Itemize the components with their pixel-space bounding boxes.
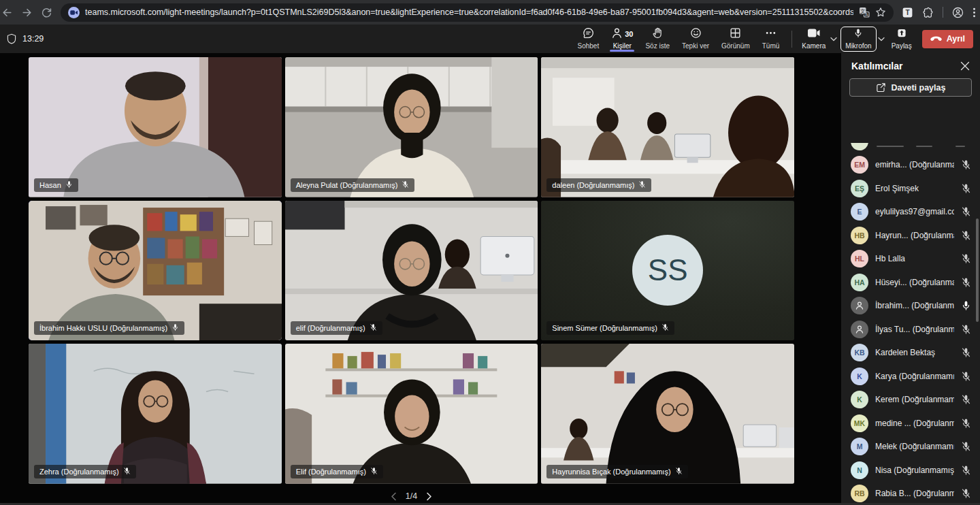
- participant-name: Karya (Doğrulanmamış): [875, 372, 954, 381]
- tile-name-label: Elif (Doğrulanmamış): [291, 465, 383, 478]
- leave-button[interactable]: Ayrıl: [922, 30, 973, 48]
- video-tile-2[interactable]: Aleyna Pulat (Doğrulanmamış): [285, 57, 538, 197]
- video-tile-7[interactable]: Zehra (Doğrulanmamış): [29, 344, 282, 484]
- meeting-stage: HasanAleyna Pulat (Doğrulanmamış)daleen …: [0, 53, 980, 505]
- participant-name: Aleyna Pulat (Doğrulanmamış): [296, 181, 398, 189]
- forward-icon[interactable]: [21, 7, 33, 18]
- mic-off-icon: [370, 467, 378, 476]
- participant-row[interactable]: Eeylulilyas97@gmail.com: [841, 200, 980, 224]
- menu-kebab-icon[interactable]: [973, 7, 976, 18]
- person-icon: [851, 297, 868, 314]
- participant-row[interactable]: NNisa (Doğrulanmamış): [841, 459, 980, 483]
- participant-row[interactable]: EMemirha... (Doğrulanmamış): [841, 153, 980, 177]
- mic-off-icon: [961, 465, 971, 476]
- participant-name: Sinem Sümer (Doğrulanmamış): [552, 324, 657, 332]
- person-icon: [851, 321, 868, 338]
- share-invite-button[interactable]: Daveti paylaş: [849, 78, 972, 97]
- toolbar-tab-sohbet[interactable]: Sohbet: [571, 25, 605, 53]
- mic-off-icon: [961, 488, 971, 499]
- avatar: [851, 143, 868, 150]
- mic-off-icon: [961, 206, 971, 217]
- participant-name: medine ... (Doğrulanmamış): [875, 419, 954, 428]
- video-tile-6[interactable]: SSSinem Sümer (Doğrulanmamış): [541, 201, 794, 341]
- chat-icon: [583, 27, 594, 42]
- participant-row[interactable]: RBRabia B... (Doğrulanmamış): [841, 482, 980, 505]
- mic-off-icon: [123, 467, 131, 476]
- tab-label: Sohbet: [577, 42, 599, 50]
- clipped-participant-row: [841, 143, 980, 153]
- mic-on-icon: [65, 180, 73, 190]
- participant-row[interactable]: HAHüseyi... (Doğrulanmamış): [841, 271, 980, 295]
- kamera-chevron-down-icon[interactable]: [830, 37, 837, 42]
- scrollbar-thumb[interactable]: [976, 218, 979, 322]
- participant-row[interactable]: İbrahim... (Doğrulanmamış): [841, 294, 980, 318]
- participant-row[interactable]: KBKardelen Bektaş: [841, 341, 980, 365]
- mic-off-icon: [961, 441, 971, 452]
- mic-off-icon: [370, 323, 377, 333]
- tile-name-label: Zehra (Doğrulanmamış): [34, 465, 136, 478]
- mikrofon-chevron-down-icon[interactable]: [878, 37, 885, 42]
- t-extension-icon[interactable]: T: [902, 7, 913, 18]
- participant-name: İlyas Tu... (Doğrulanmamış): [875, 325, 954, 334]
- participant-name: Hüseyi... (Doğrulanmamış): [875, 278, 954, 287]
- grid-pagination: 1/4: [29, 489, 794, 504]
- mic-off-icon: [961, 324, 971, 335]
- participant-row[interactable]: KKarya (Doğrulanmamış): [841, 365, 980, 389]
- toolbar-tab-tepki-ver[interactable]: Tepki ver: [676, 25, 715, 53]
- avatar: EM: [851, 156, 868, 174]
- mic-off-icon: [961, 253, 971, 264]
- video-tile-1[interactable]: Hasan: [29, 57, 282, 197]
- grid-icon: [730, 27, 741, 42]
- participant-count-badge: 30: [625, 30, 633, 38]
- more-icon: [765, 27, 777, 42]
- avatar: HL: [851, 250, 868, 267]
- tile-name-label: elif (Doğrulanmamış): [291, 321, 382, 335]
- toolbar-tabs: Sohbet30KişilerSöz isteTepki verGörünümT…: [571, 25, 785, 53]
- toolbar-tab-soz-iste[interactable]: Söz iste: [639, 25, 676, 53]
- video-tile-4[interactable]: İbrahim Hakkı USLU (Doğrulanmamış): [29, 201, 282, 341]
- reload-icon[interactable]: [41, 7, 52, 18]
- mic-on-icon: [961, 300, 971, 311]
- avatar: K: [851, 391, 868, 408]
- participants-panel: Katılımcılar Daveti paylaş EMemirha... (…: [841, 53, 980, 505]
- smiley-icon: [690, 27, 702, 42]
- profile-icon[interactable]: [952, 7, 964, 18]
- next-page-icon[interactable]: [426, 492, 432, 501]
- device-controls: KameraMikrofonPaylaş: [798, 27, 915, 52]
- toolbar-tab-kisiler[interactable]: 30Kişiler: [605, 25, 639, 53]
- toolbar-tab-tumu[interactable]: Tümü: [756, 25, 786, 53]
- paylas-button[interactable]: Paylaş: [888, 27, 915, 51]
- participant-row[interactable]: KKerem (Doğrulanmamış): [841, 388, 980, 412]
- video-grid: HasanAleyna Pulat (Doğrulanmamış)daleen …: [29, 57, 794, 484]
- back-icon[interactable]: [1, 7, 13, 18]
- close-icon[interactable]: [960, 61, 970, 71]
- video-tile-8[interactable]: Elif (Doğrulanmamış): [285, 344, 538, 484]
- participant-row[interactable]: EŞErol Şimşek: [841, 177, 980, 201]
- panel-title: Katılımcılar: [851, 61, 902, 71]
- extensions-puzzle-icon[interactable]: [922, 7, 934, 18]
- tab-label: Görünüm: [721, 42, 750, 50]
- video-tile-3[interactable]: daleen (Doğrulanmamış): [541, 57, 794, 197]
- star-icon[interactable]: [875, 7, 886, 18]
- participant-row[interactable]: MMelek (Doğrulanmamış): [841, 435, 980, 459]
- participant-row[interactable]: HLHb Lalla: [841, 247, 980, 271]
- mikrofon-button[interactable]: Mikrofon: [840, 27, 876, 52]
- video-tile-5[interactable]: elif (Doğrulanmamış): [285, 201, 538, 341]
- avatar-tile-background: SS: [541, 201, 794, 341]
- kamera-button[interactable]: Kamera: [798, 27, 829, 51]
- mic-off-icon: [402, 180, 409, 190]
- participant-name: Hayrunnisa Bıçak (Doğrulanmamış): [552, 468, 670, 476]
- translate-icon[interactable]: 文A: [859, 7, 870, 18]
- toolbar-tab-gorunum[interactable]: Görünüm: [715, 25, 756, 53]
- video-feed: [29, 344, 282, 484]
- previous-page-icon[interactable]: [391, 492, 397, 501]
- video-tile-9[interactable]: Hayrunnisa Bıçak (Doğrulanmamış): [541, 344, 794, 484]
- participant-name: İbrahim... (Doğrulanmamış): [875, 301, 954, 310]
- participant-row[interactable]: HBHayrun... (Doğrulanmamış): [841, 224, 980, 248]
- url-bar[interactable]: teams.microsoft.com/light-meetings/launc…: [61, 3, 894, 22]
- participant-name: Kardelen Bektaş: [875, 348, 935, 357]
- participant-row[interactable]: MKmedine ... (Doğrulanmamış): [841, 412, 980, 436]
- leave-label: Ayrıl: [947, 34, 965, 44]
- participant-row[interactable]: İlyas Tu... (Doğrulanmamış): [841, 318, 980, 342]
- participant-name: İbrahim Hakkı USLU (Doğrulanmamış): [39, 324, 167, 332]
